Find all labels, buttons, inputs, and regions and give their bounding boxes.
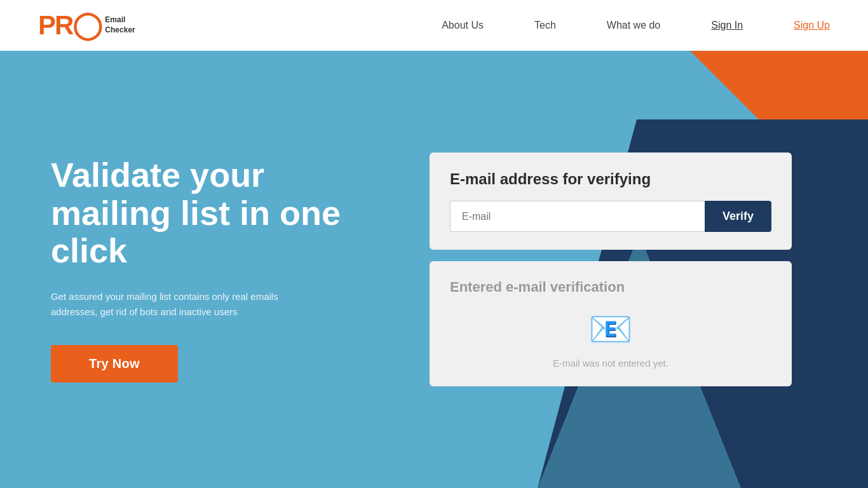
hero-headline: Validate your mailing list in one click	[51, 156, 369, 269]
nav-tech[interactable]: Tech	[534, 20, 556, 31]
result-card-title: Entered e-mail verification	[450, 279, 771, 295]
nav-sign-up[interactable]: Sign Up	[794, 20, 830, 31]
nav-what-we-do[interactable]: What we do	[607, 20, 660, 31]
nav-sign-in[interactable]: Sign In	[711, 20, 743, 31]
logo: PR◯ Email Checker	[38, 12, 135, 39]
logo-subtitle: Email Checker	[105, 15, 135, 35]
hero-right-content: E-mail address for verifying Verify Ente…	[430, 152, 792, 386]
try-now-button[interactable]: Try Now	[51, 345, 178, 383]
nav-about-us[interactable]: About Us	[442, 20, 484, 31]
hero-left-content: Validate your mailing list in one click …	[51, 156, 369, 382]
verify-card-title: E-mail address for verifying	[450, 170, 771, 188]
email-input[interactable]	[450, 201, 705, 232]
verify-card: E-mail address for verifying Verify	[430, 152, 792, 250]
result-empty-message: E-mail was not entered yet.	[450, 358, 771, 369]
header: PR◯ Email Checker About Us Tech What we …	[0, 0, 868, 51]
hero-subtext: Get assured your mailing list contains o…	[51, 289, 292, 320]
hero-section: Validate your mailing list in one click …	[0, 51, 868, 488]
result-card: Entered e-mail verification 📧 E-mail was…	[430, 261, 792, 386]
email-icon: 📧	[450, 308, 771, 350]
email-input-row: Verify	[450, 201, 771, 232]
verify-button[interactable]: Verify	[705, 201, 771, 232]
logo-pro-text: PR◯	[38, 12, 101, 39]
navigation: About Us Tech What we do Sign In Sign Up	[442, 20, 830, 31]
